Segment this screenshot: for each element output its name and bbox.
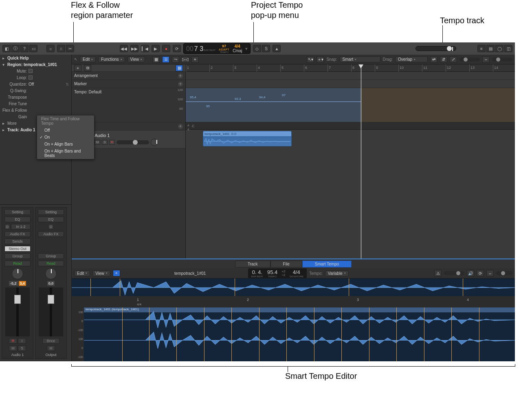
forward-button[interactable]: ▶▶ xyxy=(130,45,138,52)
flex-menu-off[interactable]: Off xyxy=(37,127,94,134)
flex-toggle[interactable]: ⤳ xyxy=(172,56,179,63)
snap-select[interactable]: Smart xyxy=(340,56,380,62)
editor-zoom-slider[interactable] xyxy=(444,271,464,275)
tempo-point[interactable]: 92,3 xyxy=(235,97,241,101)
quick-help-header[interactable]: Quick Help xyxy=(7,56,29,60)
editor-view-menu[interactable]: View xyxy=(92,270,110,276)
mute-btn[interactable]: M xyxy=(47,345,55,351)
flex-menu-on[interactable]: On xyxy=(37,134,94,141)
marker-add[interactable]: + xyxy=(178,82,183,86)
volume-fader[interactable] xyxy=(14,295,21,304)
duplicate-track-button[interactable]: ⧉ xyxy=(84,65,91,71)
project-tempo-popup[interactable]: 97 ADAPT TEMPO xyxy=(219,44,229,53)
track-alt-toggle[interactable]: ⌖ xyxy=(191,56,199,63)
bar-ruler[interactable]: 1 2 3 4 5 6 7 8 9 10 11 12 13 14 xyxy=(186,64,515,72)
tab-file[interactable]: File xyxy=(270,261,302,268)
master-volume-slider[interactable] xyxy=(415,46,456,51)
quick-help-button[interactable]: ? xyxy=(20,45,29,52)
master-button[interactable]: ▲ xyxy=(273,45,281,52)
editor-tempo-select[interactable]: Variable xyxy=(325,270,349,276)
marker-track-label[interactable]: Marker xyxy=(74,82,87,86)
record-enable-btn[interactable]: R xyxy=(9,338,17,344)
tempo-x2[interactable]: ×2 xyxy=(281,270,285,273)
functions-menu[interactable]: Functions xyxy=(98,56,125,62)
sends-slot[interactable]: Sends xyxy=(4,239,31,244)
playhead[interactable] xyxy=(361,64,361,259)
loops-button[interactable]: ◯ xyxy=(495,45,503,52)
track-vol-slider[interactable] xyxy=(117,140,149,144)
tempo-point[interactable]: 95,4 xyxy=(190,95,196,99)
tb-icon-2[interactable]: ⇵ xyxy=(440,56,447,63)
tb-icon-1[interactable]: ⇄ xyxy=(430,56,437,63)
solo-btn[interactable]: S xyxy=(18,345,26,351)
eq-slot[interactable]: EQ xyxy=(38,217,64,222)
view-toggle-1[interactable]: ▦ xyxy=(152,56,160,63)
tempo-point[interactable]: 94,4 xyxy=(259,95,266,99)
eq-slot[interactable]: EQ xyxy=(4,217,31,222)
audiofx-slot[interactable]: Audio FX xyxy=(38,231,64,237)
v-zoom-slider[interactable] xyxy=(459,57,480,62)
pointer-tool[interactable]: ↖▾ xyxy=(307,56,314,63)
editor-ruler[interactable]: 1 2 3 4 4/4 xyxy=(72,296,515,307)
more-header[interactable]: More xyxy=(7,121,17,126)
view-menu[interactable]: View xyxy=(128,56,145,62)
editor-overview[interactable] xyxy=(72,278,515,296)
output-slot[interactable]: Stereo Out xyxy=(4,246,31,252)
editor-edit-menu[interactable]: Edit xyxy=(74,270,90,276)
metronome-button[interactable]: ◇ xyxy=(253,45,261,52)
lcd-key[interactable]: Cmaj xyxy=(233,49,242,53)
tempo-point[interactable]: 97 xyxy=(282,93,286,97)
input-slot[interactable]: In 1-2 xyxy=(11,224,31,230)
editor-analyze-btn[interactable]: ⌖ xyxy=(113,270,120,276)
sig-add[interactable]: + xyxy=(178,124,183,129)
cycle-button[interactable]: ⟳ xyxy=(173,45,181,52)
lcd-signature[interactable]: 4/4 xyxy=(235,44,240,49)
audiofx-slot[interactable]: Audio FX xyxy=(4,231,31,237)
tempo-track-label[interactable]: Tempo: Default xyxy=(74,90,101,94)
record-button[interactable]: ● xyxy=(162,45,170,52)
tempo-point[interactable]: 95 xyxy=(206,104,210,108)
inspector-track-name[interactable]: Audio 1 xyxy=(20,128,35,132)
drag-select[interactable]: Overlap xyxy=(395,56,428,62)
scissors-button[interactable]: ✂ xyxy=(66,45,74,52)
signature-lane[interactable]: 44 C xyxy=(186,122,515,130)
inspector-button[interactable]: ⓘ xyxy=(11,45,20,52)
editor-cycle-btn[interactable]: ⟳ xyxy=(477,270,484,276)
region-name[interactable]: tempotrack_1#01 xyxy=(24,62,57,67)
input-monitor-btn[interactable]: I xyxy=(18,338,26,344)
toolbar-button[interactable]: ▭ xyxy=(29,45,37,52)
track-record-btn[interactable]: R xyxy=(109,140,115,145)
edit-menu[interactable]: Edit xyxy=(80,56,96,62)
setting-slot[interactable]: Setting xyxy=(38,209,64,215)
audio-region[interactable]: tempotrack_1#01 ⊙⊙ xyxy=(203,131,292,146)
add-track-button[interactable]: ＋ xyxy=(74,65,81,71)
group-slot[interactable]: Group xyxy=(4,253,31,259)
track-mute-btn[interactable]: M xyxy=(95,140,100,145)
pan-knob[interactable] xyxy=(12,268,23,279)
track-solo-btn[interactable]: S xyxy=(102,140,108,145)
rewind-button[interactable]: ◀◀ xyxy=(120,45,128,52)
flex-menu-align-bars-beats[interactable]: On + Align Bars and Beats xyxy=(37,148,94,159)
setting-slot[interactable]: Setting xyxy=(4,209,31,215)
mixer-button[interactable]: ⎍ xyxy=(57,45,65,52)
arrangement-add[interactable]: + xyxy=(178,73,183,78)
automation-mode[interactable]: Read xyxy=(4,261,31,266)
tracks-grid[interactable]: 1 2 3 4 5 6 7 8 9 10 11 12 13 14 xyxy=(186,64,515,259)
low-latency-button[interactable]: ☼ xyxy=(46,45,55,52)
global-tracks-toggle[interactable]: ▦ xyxy=(176,65,183,71)
pan-knob[interactable] xyxy=(45,268,57,279)
quantize-value[interactable]: Off xyxy=(29,82,64,86)
editor-lcd[interactable]: 0. 4.BAR BEAT 95.4TEMPO ×2÷2 4/4SIGNATUR… xyxy=(248,268,307,279)
arrangement-track-label[interactable]: Arrangement xyxy=(74,73,98,78)
browser-button[interactable]: ◫ xyxy=(504,45,512,52)
editor-waveform[interactable]: tempotrack_1#01 (tempotrack_1#01) xyxy=(84,307,515,361)
automation-mode[interactable]: Read xyxy=(38,261,64,266)
list-editors-button[interactable]: ≡ xyxy=(477,45,486,52)
h-zoom-slider[interactable] xyxy=(492,57,512,62)
bounce-btn[interactable]: Bnce xyxy=(42,338,59,344)
editor-warn-btn[interactable]: ⚠ xyxy=(434,270,442,276)
notepad-button[interactable]: ▤ xyxy=(486,45,495,52)
auto-toggle[interactable]: ▷◁ xyxy=(182,56,189,63)
group-slot[interactable]: Group xyxy=(38,253,64,259)
library-button[interactable]: ◧ xyxy=(2,45,11,52)
